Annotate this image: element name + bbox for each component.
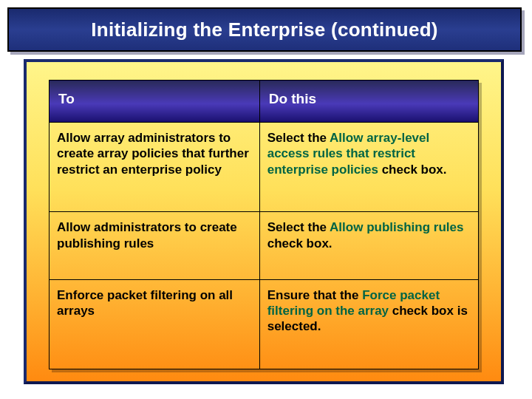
cell-do: Ensure that the Force packet filtering o… <box>259 279 478 369</box>
cell-do: Select the Allow array-level access rule… <box>259 123 478 212</box>
table-header-row: To Do this <box>50 81 479 123</box>
table-row: Allow array administrators to create arr… <box>50 123 479 212</box>
table-row: Enforce packet filtering on all arrays E… <box>50 279 479 369</box>
instruction-table: To Do this Allow array administrators to… <box>49 80 479 369</box>
slide: Initializing the Enterprise (continued) … <box>0 0 532 399</box>
do-option: Allow publishing rules <box>330 220 463 234</box>
do-pre: Ensure that the <box>267 288 362 302</box>
cell-to: Enforce packet filtering on all arrays <box>50 279 260 369</box>
page-title: Initializing the Enterprise (continued) <box>91 18 438 41</box>
cell-do: Select the Allow publishing rules check … <box>259 212 478 279</box>
table-row: Allow administrators to create publishin… <box>50 212 479 279</box>
cell-to: Allow array administrators to create arr… <box>50 123 260 212</box>
do-pre: Select the <box>267 131 330 145</box>
do-pre: Select the <box>267 220 330 234</box>
header-to: To <box>50 81 260 123</box>
title-bar: Initializing the Enterprise (continued) <box>7 7 522 52</box>
do-post: check box. <box>267 236 332 250</box>
header-do: Do this <box>259 81 478 123</box>
cell-to: Allow administrators to create publishin… <box>50 212 260 279</box>
content-panel: To Do this Allow array administrators to… <box>24 59 504 384</box>
do-post: check box. <box>378 163 447 177</box>
